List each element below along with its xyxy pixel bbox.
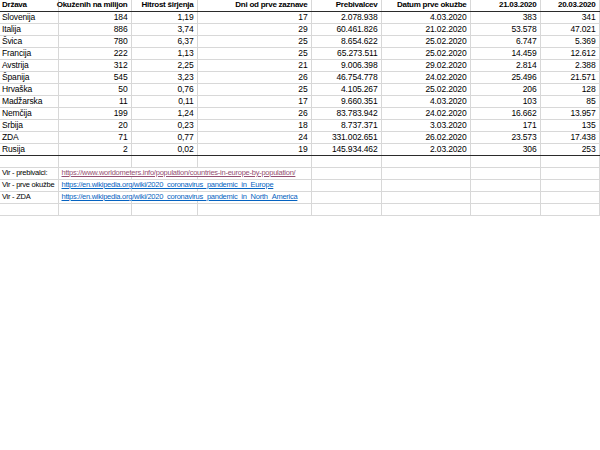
column-header[interactable]: Prebivalcev: [311, 0, 381, 12]
value-cell[interactable]: 171: [470, 120, 540, 132]
value-cell[interactable]: 29: [197, 24, 311, 36]
value-cell[interactable]: 3,74: [131, 24, 197, 36]
country-cell[interactable]: Madžarska: [0, 96, 58, 108]
value-cell[interactable]: 1,24: [131, 108, 197, 120]
value-cell[interactable]: 341: [540, 12, 599, 24]
value-cell[interactable]: 21.571: [540, 72, 599, 84]
value-cell[interactable]: 5.369: [540, 36, 599, 48]
country-cell[interactable]: Francija: [0, 48, 58, 60]
value-cell[interactable]: 21: [197, 60, 311, 72]
value-cell[interactable]: 19: [197, 144, 311, 156]
value-cell[interactable]: 9.006.398: [311, 60, 381, 72]
value-cell[interactable]: 46.754.778: [311, 72, 381, 84]
value-cell[interactable]: 2.388: [540, 60, 599, 72]
empty-cell[interactable]: [58, 156, 131, 168]
empty-cell[interactable]: [311, 192, 381, 204]
value-cell[interactable]: 2.078.938: [311, 12, 381, 24]
column-header[interactable]: Dni od prve zaznave: [197, 0, 311, 12]
value-cell[interactable]: 25: [197, 84, 311, 96]
empty-cell[interactable]: [381, 156, 470, 168]
column-header[interactable]: Datum prve okužbe: [381, 0, 470, 12]
empty-cell[interactable]: [131, 204, 197, 216]
value-cell[interactable]: 3.03.2020: [381, 120, 470, 132]
value-cell[interactable]: 24: [197, 132, 311, 144]
value-cell[interactable]: 253: [540, 144, 599, 156]
value-cell[interactable]: 25.02.2020: [381, 36, 470, 48]
source-link[interactable]: https://en.wikipedia.org/wiki/2020_coron…: [62, 180, 276, 189]
country-cell[interactable]: Švica: [0, 36, 58, 48]
empty-cell[interactable]: [0, 204, 58, 216]
empty-cell[interactable]: [197, 156, 311, 168]
value-cell[interactable]: 0,02: [131, 144, 197, 156]
empty-cell[interactable]: [540, 204, 599, 216]
value-cell[interactable]: 25: [197, 48, 311, 60]
value-cell[interactable]: 12.612: [540, 48, 599, 60]
value-cell[interactable]: 135: [540, 120, 599, 132]
country-cell[interactable]: Avstrija: [0, 60, 58, 72]
value-cell[interactable]: 2,25: [131, 60, 197, 72]
source-label-cell[interactable]: Vir - ZDA: [0, 192, 58, 204]
value-cell[interactable]: 47.021: [540, 24, 599, 36]
value-cell[interactable]: 21.02.2020: [381, 24, 470, 36]
source-label-cell[interactable]: Vir - prebivalci:: [0, 168, 58, 180]
value-cell[interactable]: 20: [58, 120, 131, 132]
source-url-cell[interactable]: https://www.worldometers.info/population…: [58, 168, 131, 180]
value-cell[interactable]: 3,23: [131, 72, 197, 84]
value-cell[interactable]: 24.02.2020: [381, 72, 470, 84]
empty-cell[interactable]: [470, 168, 540, 180]
column-header[interactable]: Država: [0, 0, 58, 12]
value-cell[interactable]: 2.03.2020: [381, 144, 470, 156]
value-cell[interactable]: 1,13: [131, 48, 197, 60]
value-cell[interactable]: 17: [197, 96, 311, 108]
source-link[interactable]: https://www.worldometers.info/population…: [62, 168, 298, 177]
empty-cell[interactable]: [311, 168, 381, 180]
source-url-cell[interactable]: https://en.wikipedia.org/wiki/2020_coron…: [58, 180, 131, 192]
country-cell[interactable]: Italija: [0, 24, 58, 36]
value-cell[interactable]: 65.273.511: [311, 48, 381, 60]
country-cell[interactable]: Nemčija: [0, 108, 58, 120]
country-cell[interactable]: Rusija: [0, 144, 58, 156]
value-cell[interactable]: 0,23: [131, 120, 197, 132]
value-cell[interactable]: 26.02.2020: [381, 132, 470, 144]
value-cell[interactable]: 25.02.2020: [381, 84, 470, 96]
value-cell[interactable]: 18: [197, 120, 311, 132]
empty-cell[interactable]: [381, 192, 470, 204]
empty-cell[interactable]: [381, 180, 470, 192]
value-cell[interactable]: 2.814: [470, 60, 540, 72]
empty-cell[interactable]: [0, 156, 58, 168]
value-cell[interactable]: 17.438: [540, 132, 599, 144]
source-url-cell[interactable]: https://en.wikipedia.org/wiki/2020_coron…: [58, 192, 131, 204]
empty-cell[interactable]: [58, 204, 131, 216]
value-cell[interactable]: 4.03.2020: [381, 12, 470, 24]
empty-cell[interactable]: [540, 156, 599, 168]
source-link[interactable]: https://en.wikipedia.org/wiki/2020_coron…: [62, 192, 300, 201]
column-header[interactable]: Hitrost širjenja: [131, 0, 197, 12]
value-cell[interactable]: 306: [470, 144, 540, 156]
value-cell[interactable]: 25.496: [470, 72, 540, 84]
country-cell[interactable]: Slovenija: [0, 12, 58, 24]
value-cell[interactable]: 2: [58, 144, 131, 156]
value-cell[interactable]: 17: [197, 12, 311, 24]
value-cell[interactable]: 71: [58, 132, 131, 144]
value-cell[interactable]: 206: [470, 84, 540, 96]
empty-cell[interactable]: [470, 204, 540, 216]
value-cell[interactable]: 29.02.2020: [381, 60, 470, 72]
value-cell[interactable]: 9.660.351: [311, 96, 381, 108]
column-header[interactable]: Okuženih na milijon: [58, 0, 131, 12]
country-cell[interactable]: ZDA: [0, 132, 58, 144]
value-cell[interactable]: 1,19: [131, 12, 197, 24]
country-cell[interactable]: Srbija: [0, 120, 58, 132]
empty-cell[interactable]: [470, 156, 540, 168]
value-cell[interactable]: 6,37: [131, 36, 197, 48]
value-cell[interactable]: 184: [58, 12, 131, 24]
value-cell[interactable]: 83.783.942: [311, 108, 381, 120]
empty-cell[interactable]: [540, 192, 599, 204]
value-cell[interactable]: 222: [58, 48, 131, 60]
value-cell[interactable]: 0,11: [131, 96, 197, 108]
empty-cell[interactable]: [197, 204, 311, 216]
value-cell[interactable]: 199: [58, 108, 131, 120]
source-label-cell[interactable]: Vir - prve okužbe: [0, 180, 58, 192]
value-cell[interactable]: 11: [58, 96, 131, 108]
column-header[interactable]: 20.03.2020: [540, 0, 599, 12]
value-cell[interactable]: 14.459: [470, 48, 540, 60]
